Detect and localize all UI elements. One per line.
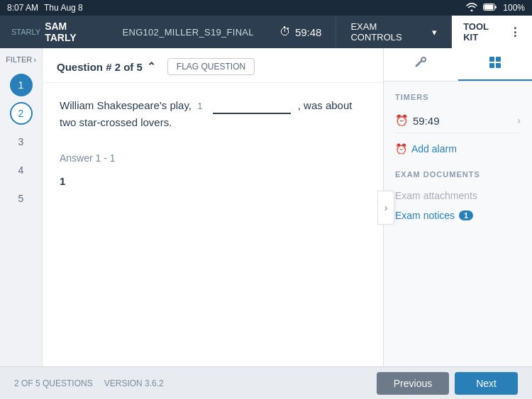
timer-expand-icon[interactable]: ›	[517, 115, 521, 126]
toolkit-tab-grid[interactable]	[458, 48, 533, 81]
question-text-before-blank: William Shakespeare's play,	[60, 99, 192, 111]
ellipsis-icon: ⋮	[509, 26, 521, 39]
exam-documents-section: EXAM DOCUMENTS Exam attachments Exam not…	[395, 170, 521, 225]
flag-question-button[interactable]: FLAG QUESTION	[167, 58, 255, 75]
question-title: Question # 2 of 5 ⌃	[57, 60, 156, 73]
toolkit-content: TIMERS ⏰ 59:49 › ⏰ Add alarm EXAM DOCUME…	[384, 82, 532, 366]
grid-icon	[488, 55, 502, 72]
svg-rect-3	[496, 57, 501, 62]
question-nav-2[interactable]: 2	[10, 102, 33, 125]
exam-notices-badge: 1	[459, 210, 473, 220]
timer-icon: ⏱	[279, 26, 291, 38]
question-nav-3[interactable]: 3	[10, 130, 33, 153]
answer-item-1: 1	[60, 171, 366, 191]
q-num-label: 3	[18, 136, 24, 147]
left-panel: FILTER › 1 2 3 4 5	[0, 48, 43, 366]
flag-question-label: FLAG QUESTION	[177, 62, 245, 72]
previous-button[interactable]: Previous	[377, 372, 449, 395]
add-alarm-label: Add alarm	[411, 143, 457, 154]
add-alarm-icon: ⏰	[395, 143, 407, 154]
question-body: William Shakespeare's play, 1 , was abou…	[43, 83, 383, 145]
status-time: 8:07 AM	[7, 3, 38, 13]
timer-clock-icon: ⏰	[395, 114, 409, 127]
toolkit-btn[interactable]: TOOL KIT ⋮	[452, 16, 532, 48]
next-label: Next	[476, 378, 497, 389]
timers-section-label: TIMERS	[395, 93, 521, 101]
filter-arrow-icon: ›	[33, 55, 36, 64]
questions-count: 2 OF 5 QUESTIONS	[14, 378, 93, 388]
toolkit-tabs	[384, 48, 532, 82]
wifi-icon	[466, 3, 477, 13]
filter-button[interactable]: FILTER ›	[6, 55, 36, 64]
status-bar: 8:07 AM Thu Aug 8 100%	[0, 0, 532, 16]
exam-attachments-item: Exam attachments	[395, 186, 521, 206]
battery-icon	[483, 3, 497, 13]
timer-value: 59:48	[295, 26, 322, 38]
q-num-label: 1	[18, 79, 24, 91]
answer-blank-1[interactable]	[213, 100, 291, 114]
status-day: Thu Aug 8	[44, 3, 83, 13]
user-name: SAM TARLY	[45, 21, 99, 43]
question-number: Question # 2 of 5	[57, 61, 143, 73]
right-panel: TIMERS ⏰ 59:49 › ⏰ Add alarm EXAM DOCUME…	[383, 48, 532, 366]
svg-rect-1	[484, 4, 494, 9]
collapse-chevron-icon[interactable]: ⌃	[147, 60, 156, 73]
timer-value-display: ⏰ 59:49	[395, 114, 440, 127]
bottom-bar: 2 OF 5 QUESTIONS VERSION 3.6.2 Previous …	[0, 366, 532, 399]
wrench-icon	[414, 55, 428, 72]
timer-display-value: 59:49	[413, 115, 440, 127]
chevron-down-icon: ▾	[432, 27, 437, 38]
bottom-info: 2 OF 5 QUESTIONS VERSION 3.6.2	[14, 378, 377, 388]
question-nav-5[interactable]: 5	[10, 187, 33, 210]
exam-controls-label: EXAM CONTROLS	[350, 21, 429, 43]
svg-rect-5	[496, 63, 501, 68]
timer-row: ⏰ 59:49 ›	[395, 108, 521, 133]
previous-label: Previous	[394, 378, 432, 389]
answer-section: Answer 1 - 1 1	[43, 145, 383, 201]
q-num-label: 2	[18, 108, 24, 119]
question-header: Question # 2 of 5 ⌃ FLAG QUESTION	[43, 48, 383, 83]
toolkit-label: TOOL KIT	[463, 21, 505, 43]
center-panel: Question # 2 of 5 ⌃ FLAG QUESTION Willia…	[43, 48, 383, 366]
nav-exam: ENG102_MILLER_S19_FINAL	[111, 16, 265, 48]
add-alarm-button[interactable]: ⏰ Add alarm	[395, 139, 521, 159]
svg-rect-2	[489, 57, 494, 62]
collapse-panel-button[interactable]: ›	[377, 191, 394, 225]
exam-name: ENG102_MILLER_S19_FINAL	[122, 27, 253, 38]
exam-controls-btn[interactable]: EXAM CONTROLS ▾	[336, 16, 452, 48]
nav-brand: STARLY SAM TARLY	[0, 16, 111, 48]
blank-number: 1	[197, 101, 202, 111]
answer-label: Answer 1 - 1	[60, 152, 366, 164]
filter-label: FILTER	[6, 55, 32, 64]
brand-prefix: STARLY	[11, 28, 40, 36]
q-num-label: 4	[18, 164, 24, 176]
question-nav-4[interactable]: 4	[10, 159, 33, 181]
exam-docs-label: EXAM DOCUMENTS	[395, 170, 521, 179]
exam-attachments-label: Exam attachments	[395, 190, 477, 201]
toolkit-tab-wrench[interactable]	[384, 48, 458, 81]
q-num-label: 5	[18, 193, 24, 204]
chevron-right-icon: ›	[384, 202, 388, 213]
nav-timer: ⏱ 59:48	[265, 16, 337, 48]
svg-rect-4	[489, 63, 494, 68]
version-label: VERSION 3.6.2	[104, 378, 164, 388]
answer-value: 1	[60, 175, 65, 187]
top-nav: STARLY SAM TARLY ENG102_MILLER_S19_FINAL…	[0, 16, 532, 48]
question-nav-1[interactable]: 1	[10, 74, 33, 96]
exam-notices-label: Exam notices	[395, 210, 455, 221]
nav-buttons: Previous Next	[377, 372, 518, 395]
exam-notices-link[interactable]: Exam notices 1	[395, 206, 521, 225]
battery-pct: 100%	[503, 3, 525, 13]
main-layout: FILTER › 1 2 3 4 5 Question # 2 of 5 ⌃ F…	[0, 48, 532, 366]
next-button[interactable]: Next	[455, 372, 518, 395]
